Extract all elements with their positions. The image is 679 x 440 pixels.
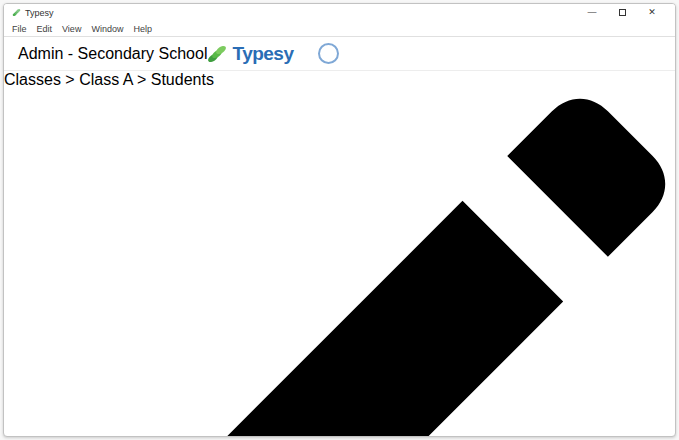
maximize-button[interactable] bbox=[607, 5, 637, 20]
page-title: Admin - Secondary School bbox=[18, 45, 207, 63]
menu-item[interactable]: File bbox=[12, 24, 27, 34]
close-button[interactable]: ✕ bbox=[637, 5, 667, 20]
titlebar: Typesy — ✕ bbox=[4, 4, 675, 21]
typesy-logo-text: Typesy bbox=[232, 43, 293, 65]
pencil-icon bbox=[4, 89, 675, 437]
menubar: File Edit View Window Help bbox=[4, 21, 675, 37]
app-window: Typesy — ✕ File Edit View Window Help Ad… bbox=[3, 3, 676, 437]
breadcrumb: Classes > Class A > Students bbox=[4, 71, 214, 88]
breadcrumb-bar: Classes > Class A > Students bbox=[4, 71, 675, 437]
menu-item[interactable]: Window bbox=[91, 24, 123, 34]
minimize-button[interactable]: — bbox=[577, 5, 607, 20]
typesy-logo: Typesy bbox=[207, 43, 293, 65]
app-header: Admin - Secondary School Typesy bbox=[4, 37, 675, 71]
typesy-logo-icon bbox=[12, 8, 21, 17]
menu-item[interactable]: Edit bbox=[37, 24, 53, 34]
menu-item[interactable]: Help bbox=[133, 24, 152, 34]
window-title: Typesy bbox=[25, 8, 54, 18]
school-seal-badge bbox=[318, 43, 339, 64]
typesy-logo-icon bbox=[207, 44, 227, 64]
menu-item[interactable]: View bbox=[62, 24, 81, 34]
titlebar-title: Typesy bbox=[12, 8, 54, 18]
maximize-icon bbox=[619, 9, 626, 16]
edit-class-button[interactable] bbox=[4, 89, 675, 437]
